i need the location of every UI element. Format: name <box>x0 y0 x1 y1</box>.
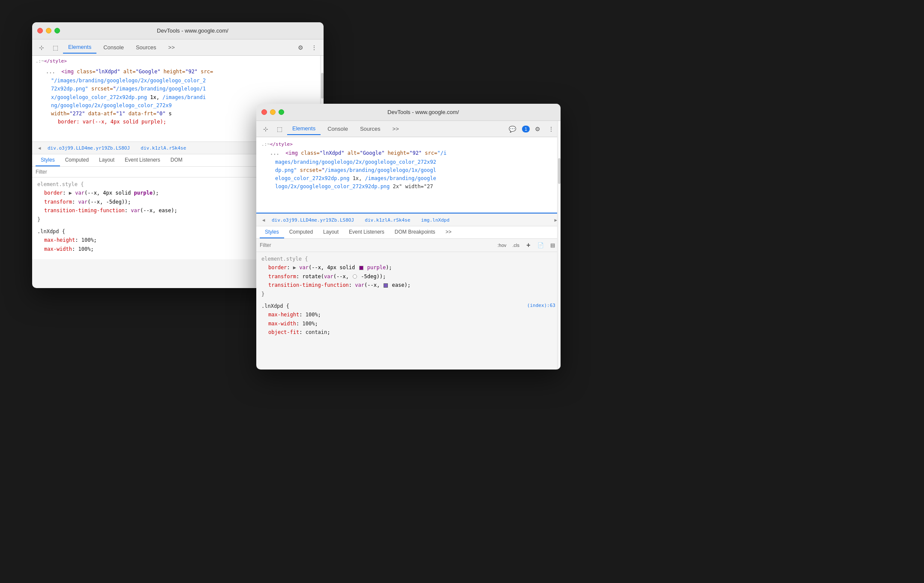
cursor-icon[interactable]: ⊹ <box>36 42 48 54</box>
html-link-1[interactable]: "/images/branding/googlelogo/2x/googlelo… <box>51 78 206 84</box>
tab-more-styles-front[interactable]: >> <box>441 226 457 238</box>
tab-elements-front[interactable]: Elements <box>287 123 321 135</box>
html-link-1-front[interactable]: mages/branding/googlelogo/2x/googlelogo_… <box>275 159 436 165</box>
close-button-back[interactable] <box>37 28 43 33</box>
tab-layout-front[interactable]: Layout <box>318 226 344 238</box>
tab-console-back[interactable]: Console <box>98 42 129 54</box>
tab-computed-front[interactable]: Computed <box>284 226 318 238</box>
html-link-4-front[interactable]: logo/2x/googlelogo_color_272x92dp.png <box>275 183 390 189</box>
html-panel-front: .:~</style> ... <img class="lnXdpd" alt=… <box>256 137 561 213</box>
checkbox-swatch[interactable] <box>384 283 388 288</box>
minimize-button-back[interactable] <box>46 28 51 33</box>
traffic-lights-back <box>37 28 60 33</box>
cursor-icon-front[interactable]: ⊹ <box>260 123 272 135</box>
close-button-front[interactable] <box>261 109 267 115</box>
tab-layout-back[interactable]: Layout <box>94 154 120 166</box>
traffic-lights-front <box>261 109 284 115</box>
html-src-link[interactable]: "/i <box>437 150 447 156</box>
breadcrumb-item-1-back[interactable]: div.o3j99.LLD4me.yr19Zb.LS8OJ <box>46 144 132 152</box>
select-icon[interactable]: ⬚ <box>49 42 61 54</box>
tab-event-listeners-front[interactable]: Event Listeners <box>344 226 390 238</box>
maximize-button-back[interactable] <box>54 28 60 33</box>
ellipsis-back: ... <box>46 69 55 75</box>
more-menu-icon-front[interactable]: ⋮ <box>545 123 557 135</box>
tab-sources-back[interactable]: Sources <box>131 42 162 54</box>
tab-styles-back[interactable]: Styles <box>36 154 60 166</box>
breadcrumb-more-front[interactable]: ▶ <box>554 217 557 223</box>
html-link-2-front[interactable]: dp.png" <box>275 167 297 173</box>
tab-more-front[interactable]: >> <box>387 123 404 135</box>
toolbar-front: ⊹ ⬚ Elements Console Sources >> 💬 1 ⚙ ⋮ <box>256 121 561 137</box>
html-link-2[interactable]: 72x92dp.png" <box>51 86 88 92</box>
html-link-3[interactable]: x/googlelogo_color_272x92dp.png <box>51 94 147 100</box>
badge-front: 1 <box>522 126 530 132</box>
window-title-back: DevTools - www.google.com/ <box>67 27 318 34</box>
hov-btn-front[interactable]: :hov <box>496 242 508 249</box>
html-link-4[interactable]: ng/googlelogo/2x/googlelogo_color_272x9 <box>51 102 172 108</box>
gear-icon-front[interactable]: ⚙ <box>531 123 543 135</box>
tab-computed-back[interactable]: Computed <box>60 154 94 166</box>
minimize-button-front[interactable] <box>270 109 276 115</box>
tab-sources-front[interactable]: Sources <box>355 123 386 135</box>
breadcrumb-front: ◀ div.o3j99.LLD4me.yr19Zb.LS8OJ div.k1zl… <box>256 213 561 226</box>
tab-more-back[interactable]: >> <box>163 42 180 54</box>
filter-input-back[interactable] <box>36 169 292 175</box>
toggle-sidebar-btn[interactable]: ▤ <box>548 240 557 250</box>
gear-icon-back[interactable]: ⚙ <box>294 42 306 54</box>
breadcrumb-item-1-front[interactable]: div.o3j99.LLD4me.yr19Zb.LS8OJ <box>270 216 356 224</box>
source-label[interactable]: (index):63 <box>527 302 555 310</box>
tab-elements-back[interactable]: Elements <box>63 42 96 54</box>
tab-console-front[interactable]: Console <box>322 123 353 135</box>
scrollbar-styles-front[interactable] <box>557 121 561 370</box>
title-bar-back: DevTools - www.google.com/ <box>32 22 324 39</box>
cls-btn-front[interactable]: .cls <box>511 242 522 249</box>
toolbar-back: ⊹ ⬚ Elements Console Sources >> ⚙ ⋮ <box>32 39 324 56</box>
breadcrumb-item-2-back[interactable]: div.k1zlA.rSk4se <box>139 144 188 152</box>
window-title-front: DevTools - www.google.com/ <box>291 109 555 115</box>
add-style-btn[interactable]: + <box>524 240 533 250</box>
title-bar-front: DevTools - www.google.com/ <box>256 104 561 121</box>
breadcrumb-item-2-front[interactable]: div.k1zlA.rSk4se <box>363 216 412 224</box>
html-link-3-front[interactable]: elogo_color_272x92dp.png <box>275 175 349 181</box>
tab-dom-back[interactable]: DOM <box>165 154 188 166</box>
comment-icon-front[interactable]: 💬 <box>507 123 519 135</box>
tab-event-listeners-back[interactable]: Event Listeners <box>120 154 165 166</box>
breadcrumb-item-3-front[interactable]: img.lnXdpd <box>420 216 451 224</box>
filter-bar-front: :hov .cls + 📄 ▤ <box>256 239 561 252</box>
select-icon-front[interactable]: ⬚ <box>273 123 285 135</box>
tab-styles-front[interactable]: Styles <box>260 226 284 238</box>
filter-input-front[interactable] <box>260 242 493 248</box>
css-rules-front: element.style { border: ▶ var(--x, 4px s… <box>256 252 561 343</box>
maximize-button-front[interactable] <box>279 109 284 115</box>
tab-dom-breakpoints-front[interactable]: DOM Breakpoints <box>390 226 441 238</box>
color-swatch-purple[interactable] <box>359 266 363 270</box>
breadcrumb-nav-front[interactable]: ◀ <box>260 216 267 224</box>
new-stylesheet-btn[interactable]: 📄 <box>536 240 545 250</box>
breadcrumb-nav-back[interactable]: ◀ <box>36 144 43 152</box>
styles-tabs-front: Styles Computed Layout Event Listeners D… <box>256 226 561 239</box>
more-menu-icon-back[interactable]: ⋮ <box>308 42 320 54</box>
circle-swatch[interactable] <box>353 274 357 279</box>
